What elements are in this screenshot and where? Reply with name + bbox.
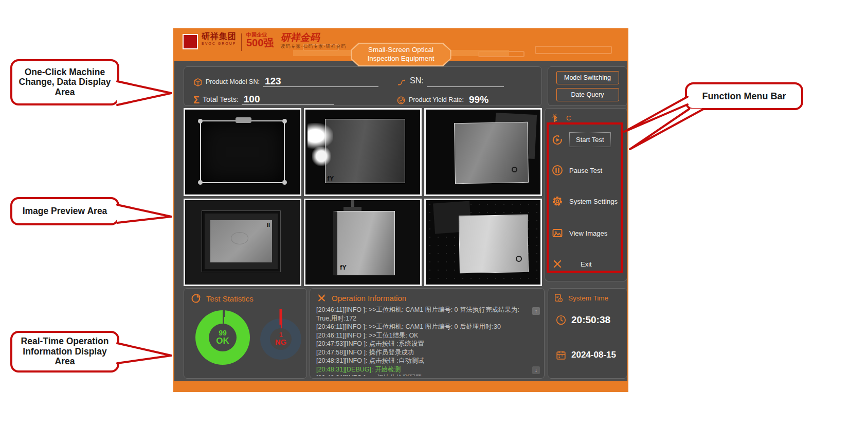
log-line: [20:47:58][INFO ]: 操作员登录成功 bbox=[316, 348, 529, 357]
system-date-value: 2024-08-15 bbox=[571, 350, 616, 360]
sigma-icon: Σ bbox=[193, 95, 200, 105]
log-scroll-area[interactable]: [20:46:11][INFO ]: >>工位相机: CAM1 图片编号: 0 … bbox=[316, 306, 529, 376]
query-buttons-panel: Model Switching Date Query bbox=[548, 66, 627, 106]
log-scroll-up-button[interactable]: ↑ bbox=[532, 307, 540, 315]
total-tests-label: Total Tests: bbox=[203, 95, 239, 105]
system-time-value: 20:50:38 bbox=[571, 314, 610, 326]
logo-divider bbox=[241, 33, 242, 51]
preview-image-cam5[interactable]: fY bbox=[304, 199, 422, 287]
log-line-debug: [20:48:31][DEBUG]: 开始检测 bbox=[316, 365, 529, 374]
operation-information-panel: Operation Information [20:46:11][INFO ]:… bbox=[310, 288, 545, 379]
calendar-icon bbox=[555, 349, 567, 361]
ng-label: NG bbox=[275, 338, 287, 346]
log-line: [20:46:11][INFO ]: >>工位1结果: OK bbox=[316, 331, 529, 340]
app-title-line1: Small-Screen Optical bbox=[368, 46, 433, 55]
log-line: [20:46:11][INFO ]: >>工位相机: CAM1 图片编号: 0 … bbox=[316, 323, 529, 331]
callout-function-menu-bar: Function Menu Bar bbox=[685, 82, 803, 110]
data-display-panel: Product Model SN: 123 SN: bbox=[184, 66, 542, 106]
yield-label: Product Yield Rate: bbox=[409, 96, 464, 105]
check-circle-icon bbox=[396, 96, 406, 105]
callout-one-click-data-area: One-Click Machine Change, Data Display A… bbox=[10, 59, 119, 105]
log-line: [20:46:11][INFO ]: >>工位相机: CAM1 图片编号: 0 … bbox=[316, 306, 529, 323]
logo-mark-icon bbox=[183, 34, 198, 49]
system-time-panel: System Time 20:50:38 2024-08-15 bbox=[548, 288, 627, 379]
date-query-button[interactable]: Date Query bbox=[556, 88, 619, 101]
product-model-field[interactable]: 123 bbox=[263, 76, 378, 87]
logo-slogan: 读码专家·扫码专家·研祥金码 bbox=[280, 44, 346, 49]
log-line: [20:47:53][INFO ]: 点击按钮 :系统设置 bbox=[316, 340, 529, 348]
test-statistics-panel: Test Statistics 99 OK 1 NG bbox=[184, 288, 307, 379]
menu-header-label: C bbox=[566, 114, 571, 122]
pie-chart-icon bbox=[190, 293, 202, 304]
preview-image-cam2[interactable]: fY bbox=[304, 108, 422, 196]
app-title-line2: Inspection Equipment bbox=[368, 55, 435, 63]
clock-icon bbox=[555, 314, 567, 326]
page: 研祥集团 EVOC GROUP 中国企业 500强 研祥金码 读码专家·扫码专家… bbox=[0, 0, 868, 443]
ng-donut-chart: 1 NG bbox=[260, 318, 301, 360]
bottom-bar bbox=[174, 381, 627, 392]
yield-value: 99% bbox=[467, 95, 491, 105]
total-tests-field[interactable]: 100 bbox=[242, 94, 334, 105]
function-menu-annotation-rect bbox=[547, 122, 623, 273]
total-tests-value: 100 bbox=[242, 94, 262, 104]
logo-group-sub: EVOC GROUP bbox=[202, 42, 237, 45]
sn-field[interactable] bbox=[427, 86, 504, 87]
hand-click-icon bbox=[551, 113, 562, 123]
ok-donut-chart: 99 OK bbox=[195, 310, 250, 365]
logo-script: 研祥金码 bbox=[280, 32, 346, 42]
log-line: [20:48:31][INFO ]: >>初始化检测配置 bbox=[316, 374, 529, 376]
route-icon bbox=[396, 78, 407, 87]
preview-image-cam3[interactable] bbox=[424, 108, 542, 196]
product-model-label: Product Model SN: bbox=[206, 78, 260, 87]
box-icon bbox=[193, 78, 203, 87]
model-switching-button[interactable]: Model Switching bbox=[556, 71, 619, 84]
product-model-value: 123 bbox=[263, 76, 283, 86]
log-line: [20:48:31][INFO ]: 点击按钮 :自动测试 bbox=[316, 357, 529, 365]
log-scroll-down-button[interactable]: ↓ bbox=[532, 366, 540, 374]
logo-rank-bottom: 500强 bbox=[246, 38, 274, 48]
operation-info-title: Operation Information bbox=[332, 294, 406, 303]
app-title-badge: Small-Screen Optical Inspection Equipmen… bbox=[351, 43, 451, 66]
preview-image-cam4[interactable]: II bbox=[184, 199, 301, 287]
callout-realtime-info-area: Real-Time Operation Information Display … bbox=[10, 331, 119, 373]
sn-label: SN: bbox=[410, 76, 424, 87]
ok-count: 99 bbox=[219, 329, 227, 337]
ok-label: OK bbox=[216, 336, 229, 346]
image-preview-area: fY II fY bbox=[184, 108, 542, 286]
badge-wing-right bbox=[447, 50, 509, 56]
doc-clock-icon bbox=[553, 293, 564, 303]
stats-title: Test Statistics bbox=[206, 294, 254, 303]
badge-wing-left bbox=[293, 50, 355, 56]
company-logo: 研祥集团 EVOC GROUP 中国企业 500强 研祥金码 读码专家·扫码专家… bbox=[183, 32, 346, 51]
circuit-decoration bbox=[535, 46, 612, 54]
callout-image-preview-area: Image Preview Area bbox=[10, 197, 119, 225]
sn-value bbox=[427, 86, 431, 86]
preview-image-cam6[interactable] bbox=[424, 199, 542, 287]
system-time-title: System Time bbox=[568, 294, 608, 302]
ng-slice-marker bbox=[280, 309, 282, 325]
crossed-tools-icon bbox=[316, 293, 327, 304]
preview-image-cam1[interactable] bbox=[184, 108, 301, 196]
logo-group-name: 研祥集团 bbox=[202, 32, 237, 41]
